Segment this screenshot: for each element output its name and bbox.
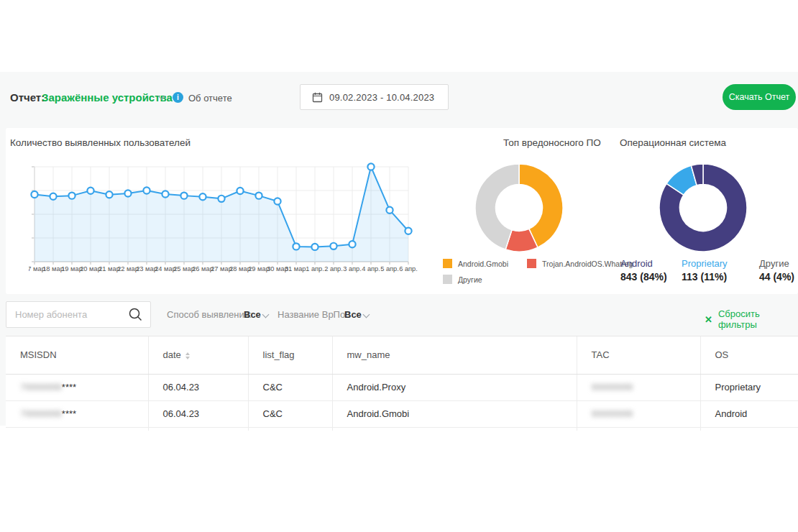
redacted-tac: 99999999 [592, 408, 633, 419]
reset-filters-label: Сбросить фильтры [718, 308, 798, 330]
svg-text:4 апр.: 4 апр. [362, 265, 380, 272]
cell-mw-name: Android.Gmobi [332, 400, 577, 427]
msisdn-mask-suffix: **** [62, 382, 76, 393]
os-stat-value: 113 (11%) [682, 271, 728, 283]
cell-date: 06.04.23 [148, 374, 248, 400]
os-donut-title: Операционная система [620, 137, 726, 148]
col-header-date[interactable]: date [148, 336, 248, 374]
cell-tac: 99999999 [577, 400, 700, 427]
report-selector[interactable]: Заражённые устройства [42, 91, 173, 104]
download-report-button[interactable]: Скачать Отчет [723, 84, 796, 110]
os-donut-chart[interactable] [659, 163, 748, 252]
svg-text:1 апр.: 1 апр. [306, 265, 324, 272]
legend-swatch-red [527, 259, 536, 268]
report-label: Отчет: [10, 91, 45, 104]
date-range-value: 09.02.2023 - 10.04.2023 [329, 92, 434, 103]
detection-method-select[interactable]: Все [244, 309, 261, 320]
sort-icon[interactable] [185, 352, 190, 359]
cell-date: 06.04.23 [148, 400, 248, 427]
cell-list-flag: C&C [248, 374, 332, 400]
malware-name-select[interactable]: Все [344, 309, 362, 320]
cell-msisdn: 79999999**** [6, 400, 148, 427]
cell-os: Android [700, 400, 798, 427]
svg-text:3 апр.: 3 апр. [343, 265, 362, 272]
malware-donut-title: Топ вредоносного ПО [503, 137, 601, 148]
table-row[interactable]: 79999999**** 06.04.23 C&C Android.Proxy … [6, 374, 798, 400]
info-icon[interactable]: i [173, 92, 183, 103]
legend-swatch-orange [443, 259, 452, 268]
cell-os: Proprietary [700, 374, 798, 400]
os-stat-value: 843 (84%) [620, 271, 667, 283]
search-icon[interactable] [128, 307, 143, 322]
col-header-list-flag[interactable]: list_flag [248, 336, 332, 374]
legend-item-other[interactable]: Другие [443, 275, 482, 284]
col-header-mw-name[interactable]: mw_name [332, 336, 577, 374]
svg-text:5 апр.: 5 апр. [380, 265, 399, 272]
os-stat-label: Proprietary [682, 258, 728, 269]
col-header-msisdn[interactable]: MSISDN [6, 336, 148, 374]
search-input[interactable] [6, 302, 129, 327]
subscriber-search [6, 301, 151, 328]
legend-swatch-gray [443, 275, 452, 284]
cell-mw-name: Android.Proxy [332, 374, 577, 400]
results-table: MSISDN date list_flag mw_name TAC OS 799… [6, 336, 798, 431]
svg-text:2 апр.: 2 апр. [324, 265, 343, 272]
legend-label: Другие [458, 275, 482, 284]
detection-method-label: Способ выявления: [167, 309, 252, 320]
redacted-tac: 99999999 [592, 382, 633, 393]
about-report-link[interactable]: Об отчете [188, 93, 232, 104]
legend-label: Trojan.AndroidOS.Whatreg [542, 260, 633, 268]
malware-legend: Android.Gmobi Trojan.AndroidOS.Whatreg Д… [443, 259, 630, 290]
malware-donut-chart[interactable] [474, 163, 564, 252]
malware-name-label: Название ВрПо:: [278, 309, 350, 320]
charts-panel: Количество выявленных пользователей 17 м… [6, 128, 798, 294]
legend-item-gmobi[interactable]: Android.Gmobi [443, 259, 508, 268]
calendar-icon [312, 92, 323, 103]
legend-item-whatreg[interactable]: Trojan.AndroidOS.Whatreg [527, 259, 633, 268]
cell-list-flag: C&C [248, 400, 332, 427]
cell-tac: 99999999 [577, 374, 700, 400]
cell-msisdn: 79999999**** [6, 374, 148, 400]
reset-filters-button[interactable]: ✕ Сбросить фильтры [705, 308, 798, 330]
os-stat-android: Android 843 (84%) [620, 258, 667, 283]
col-header-os[interactable]: OS [700, 336, 798, 374]
dashboard-screen: Отчет: Заражённые устройства i Об отчете… [0, 0, 798, 532]
os-stat-label: Другие [759, 258, 794, 269]
os-stat-value: 44 (4%) [759, 271, 794, 283]
svg-text:31 мар.: 31 мар. [285, 265, 308, 272]
os-stat-proprietary: Proprietary 113 (11%) [682, 258, 728, 283]
line-chart-title: Количество выявленных пользователей [10, 137, 191, 148]
table-row-cutoff [6, 427, 798, 431]
os-stat-label: Android [620, 258, 667, 269]
date-range-picker[interactable]: 09.02.2023 - 10.04.2023 [300, 84, 449, 110]
results-table-panel: MSISDN date list_flag mw_name TAC OS 799… [6, 336, 798, 431]
os-stat-other: Другие 44 (4%) [759, 258, 794, 283]
redacted-msisdn: 79999999 [20, 382, 62, 393]
col-header-tac[interactable]: TAC [577, 336, 700, 374]
legend-label: Android.Gmobi [458, 260, 508, 268]
redacted-msisdn: 79999999 [20, 408, 62, 419]
clear-filters-icon: ✕ [705, 314, 712, 325]
table-header-row: MSISDN date list_flag mw_name TAC OS [6, 336, 798, 374]
svg-text:6 апр.: 6 апр. [399, 265, 418, 272]
table-row[interactable]: 79999999**** 06.04.23 C&C Android.Gmobi … [6, 400, 798, 427]
msisdn-mask-suffix: **** [62, 408, 76, 419]
col-header-date-label: date [163, 349, 181, 360]
users-line-chart[interactable]: 17 мар18 мар19 мар20 мар21 мар22 мар23 м… [29, 162, 420, 278]
